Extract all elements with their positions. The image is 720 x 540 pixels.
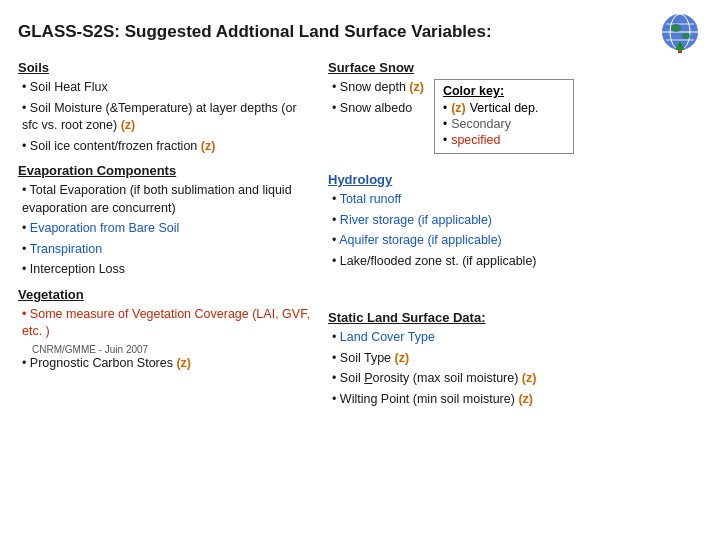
- hydrology-area: Hydrology • Total runoff • River storage…: [328, 172, 703, 273]
- static-land-title: Static Land Surface Data:: [328, 310, 703, 325]
- hydrology-title: Hydrology: [328, 172, 703, 187]
- list-item: • Snow depth (z): [332, 79, 424, 97]
- list-item: • Soil Heat Flux: [22, 79, 313, 97]
- list-item: • Some measure of Vegetation Coverage (L…: [22, 306, 313, 341]
- list-item: • Evaporation from Bare Soil: [22, 220, 313, 238]
- surface-snow-bullets: • Snow depth (z) • Snow albedo: [328, 79, 424, 120]
- svg-point-5: [671, 24, 681, 32]
- list-item: • Transpiration: [22, 241, 313, 259]
- color-key-item-secondary: • Secondary: [443, 117, 565, 131]
- color-key-specified-label: specified: [451, 133, 500, 147]
- svg-point-6: [682, 33, 690, 39]
- svg-rect-7: [678, 50, 682, 53]
- list-item: • Wilting Point (min soil moisture) (z): [332, 391, 703, 409]
- list-item: • Soil Porosity (max soil moisture) (z): [332, 370, 703, 388]
- surface-snow-title: Surface Snow: [328, 60, 703, 75]
- surface-snow-row: • Snow depth (z) • Snow albedo Color key…: [328, 79, 703, 154]
- page: GLASS-S2S: Suggested Addtional Land Surf…: [0, 0, 720, 540]
- list-item: • Snow albedo: [332, 100, 424, 118]
- list-item: • Soil ice content/frozen fraction (z): [22, 138, 313, 156]
- vegetation-title: Vegetation: [18, 287, 313, 302]
- surface-snow-area: Surface Snow • Snow depth (z) • Snow alb…: [328, 60, 703, 154]
- header: GLASS-S2S: Suggested Addtional Land Surf…: [18, 10, 702, 54]
- bullet-dot-2: •: [443, 117, 447, 131]
- globe-icon: [658, 10, 702, 54]
- list-item: • Soil Moisture (&Temperature) at layer …: [22, 100, 313, 135]
- list-item: • Interception Loss: [22, 261, 313, 279]
- list-item: • Total runoff: [332, 191, 703, 209]
- list-item: • Land Cover Type: [332, 329, 703, 347]
- color-key-item-specified: • specified: [443, 133, 565, 147]
- title-prefix: GLASS-S2S:: [18, 22, 120, 41]
- list-item: • Prognostic Carbon Stores (z): [22, 355, 313, 373]
- static-land-area: Static Land Surface Data: • Land Cover T…: [328, 310, 703, 411]
- evaporation-title: Evaporation Components: [18, 163, 313, 178]
- color-key-z-text: Vertical dep.: [470, 101, 539, 115]
- soils-title: Soils: [18, 60, 313, 75]
- title-main: Suggested Addtional Land Surface Variabl…: [120, 22, 492, 41]
- left-column: Soils • Soil Heat Flux • Soil Moisture (…: [18, 60, 323, 375]
- color-key-z-label: (z): [451, 101, 466, 115]
- color-key-box: Color key: • (z) Vertical dep. • Seconda…: [434, 79, 574, 154]
- page-title: GLASS-S2S: Suggested Addtional Land Surf…: [18, 22, 492, 42]
- color-key-title: Color key:: [443, 84, 565, 98]
- list-item: • Lake/flooded zone st. (if applicable): [332, 253, 703, 271]
- bullet-dot-3: •: [443, 133, 447, 147]
- list-item: • Total Evaporation (if both sublimation…: [22, 182, 313, 217]
- bullet-dot: •: [443, 101, 447, 115]
- list-item: • Soil Type (z): [332, 350, 703, 368]
- color-key-item-z: • (z) Vertical dep.: [443, 101, 565, 115]
- list-item: • Aquifer storage (if applicable): [332, 232, 703, 250]
- list-item: • River storage (if applicable): [332, 212, 703, 230]
- color-key-secondary-label: Secondary: [451, 117, 511, 131]
- cnrm-note: CNRM/GMME - Juin 2007: [32, 344, 313, 355]
